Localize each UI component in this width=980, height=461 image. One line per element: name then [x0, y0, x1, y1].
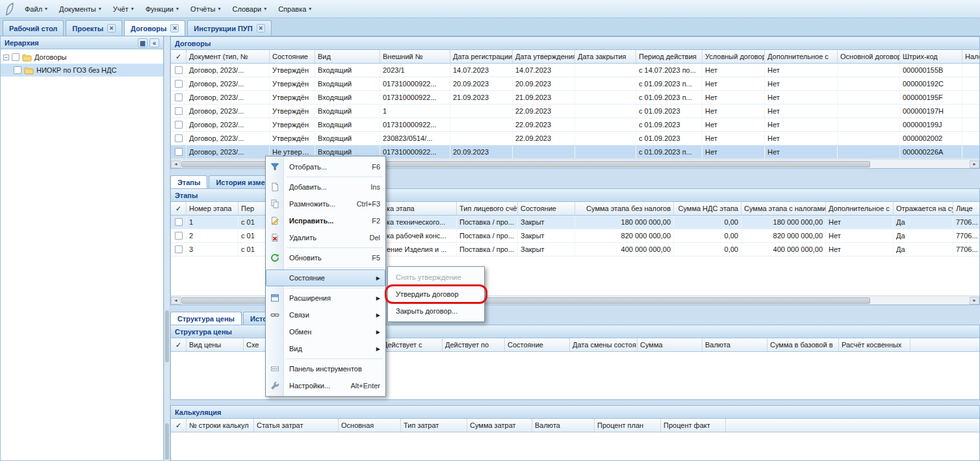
column-header[interactable]: Дополнительное с: [826, 202, 894, 215]
row-checkbox[interactable]: [175, 232, 183, 240]
column-header[interactable]: Основная: [339, 419, 401, 432]
column-header[interactable]: ✓: [171, 419, 187, 432]
row-checkbox[interactable]: [175, 148, 183, 156]
row-checkbox[interactable]: [175, 80, 183, 88]
context-menu-item[interactable]: Исправить...F2: [266, 212, 385, 229]
context-menu-item[interactable]: Связи▶: [266, 306, 385, 323]
column-header[interactable]: ✓: [171, 338, 187, 351]
column-header[interactable]: ✓: [171, 50, 187, 63]
column-header[interactable]: Номер этапа: [187, 202, 239, 215]
column-header[interactable]: Дополнительное с: [765, 50, 838, 63]
table-row[interactable]: Договор, 2023/...УтверждёнВходящий230823…: [171, 132, 979, 145]
column-header[interactable]: Сумма этапа без налогов: [575, 202, 674, 215]
context-menu-item[interactable]: Панель инструментов: [266, 360, 385, 377]
column-header[interactable]: Дата закрытия: [575, 50, 636, 63]
table-row[interactable]: Договор, 2023/...УтверждёнВходящий122.09…: [171, 105, 979, 118]
menubar-item[interactable]: Словари▾: [227, 3, 272, 15]
table-row[interactable]: Договор, 2023/...УтверждёнВходящий2023/1…: [171, 64, 979, 77]
document-tab[interactable]: Инструкции ПУП×: [187, 20, 271, 36]
column-header[interactable]: Валюта: [703, 338, 767, 351]
column-header[interactable]: Дата регистрации: [450, 50, 513, 63]
tab-close-icon[interactable]: ×: [107, 24, 116, 32]
tree-node[interactable]: НИОКР по ГОЗ без НДС: [1, 64, 163, 77]
column-header[interactable]: Внешний №: [380, 50, 450, 63]
hierarchy-grid-icon[interactable]: ▦: [138, 38, 148, 47]
column-header[interactable]: Документ (тип, №: [187, 50, 270, 63]
vertical-scroll-thumb[interactable]: [165, 310, 169, 362]
pane-tab[interactable]: Структура цены: [170, 312, 242, 325]
document-tab[interactable]: Рабочий стол: [3, 20, 64, 36]
column-header[interactable]: Сумма этапа с налогами: [741, 202, 826, 215]
row-checkbox[interactable]: [175, 66, 183, 74]
column-header[interactable]: Нало: [962, 50, 979, 63]
row-checkbox[interactable]: [175, 245, 183, 253]
tab-close-icon[interactable]: ×: [170, 24, 179, 32]
column-header[interactable]: Тип лицевого счёт: [457, 202, 518, 215]
menubar-item[interactable]: Отчёты▾: [185, 3, 226, 15]
column-header[interactable]: Дата смены состоя: [570, 338, 638, 351]
column-header[interactable]: ✓: [171, 202, 187, 215]
tree-node-checkbox[interactable]: [14, 66, 21, 74]
column-header[interactable]: Штрих-код: [900, 50, 962, 63]
context-menu-item[interactable]: Размножить...Ctrl+F3: [266, 195, 385, 212]
row-checkbox[interactable]: [175, 218, 183, 226]
column-header[interactable]: Сумма затрат: [467, 419, 532, 432]
tree-expander-icon[interactable]: −: [3, 55, 9, 60]
document-tab[interactable]: Договоры×: [124, 20, 185, 36]
row-checkbox[interactable]: [175, 121, 183, 129]
context-menu-item[interactable]: Обмен▶: [266, 323, 385, 340]
context-menu-item[interactable]: Состояние▶: [266, 269, 385, 286]
column-header[interactable]: Процент факт: [661, 419, 726, 432]
column-header[interactable]: Тип затрат: [401, 419, 467, 432]
column-header[interactable]: Действует с: [380, 338, 443, 351]
column-header[interactable]: Условный договор: [703, 50, 765, 63]
column-header[interactable]: Состояние: [505, 338, 570, 351]
column-header[interactable]: Дата утверждения: [513, 50, 575, 63]
column-header[interactable]: Статья затрат: [254, 419, 339, 432]
row-checkbox[interactable]: [175, 134, 183, 142]
document-tab[interactable]: Проекты×: [66, 20, 122, 36]
column-header[interactable]: Лице: [953, 202, 979, 215]
column-header[interactable]: Сумма в базовой в: [767, 338, 839, 351]
column-header[interactable]: Состояние: [270, 50, 315, 63]
vertical-scroll-thumb[interactable]: [165, 423, 169, 460]
scroll-right-icon[interactable]: ▸: [970, 160, 979, 168]
column-header[interactable]: Состояние: [518, 202, 575, 215]
context-menu-item[interactable]: Настройки...Alt+Enter: [266, 377, 385, 394]
scroll-right-icon[interactable]: ▸: [970, 297, 979, 305]
column-header[interactable]: Процент план: [595, 419, 661, 432]
context-menu-item[interactable]: Добавить...Ins: [266, 179, 385, 195]
context-menu-item[interactable]: ОбновитьF5: [266, 249, 385, 266]
column-header[interactable]: Сумма НДС этапа: [674, 202, 741, 215]
column-header[interactable]: Вид: [315, 50, 380, 63]
pane-tab[interactable]: Этапы: [170, 175, 207, 188]
menubar-item[interactable]: Функции▾: [140, 3, 184, 15]
menubar-item[interactable]: Документы▾: [54, 3, 107, 15]
table-row[interactable]: Договор, 2023/...УтверждёнВходящий017310…: [171, 77, 979, 91]
menubar-item[interactable]: Файл▾: [19, 3, 53, 15]
scroll-left-icon[interactable]: ◂: [171, 297, 181, 305]
row-checkbox[interactable]: [175, 93, 183, 101]
context-menu-item[interactable]: Вид▶: [266, 340, 385, 357]
column-header[interactable]: Действует по: [443, 338, 505, 351]
menubar-item[interactable]: Учёт▾: [108, 3, 139, 15]
column-header[interactable]: ка этапа: [384, 202, 457, 215]
context-menu-item[interactable]: Отобрать...F6: [266, 158, 385, 175]
table-row[interactable]: Договор, 2023/...УтверждёнВходящий017310…: [171, 91, 979, 105]
column-header[interactable]: Вид цены: [187, 338, 244, 351]
column-header[interactable]: Период действия: [636, 50, 703, 63]
context-menu-item[interactable]: Расширения▶: [266, 290, 385, 306]
row-checkbox[interactable]: [175, 107, 183, 115]
column-header[interactable]: Сумма: [638, 338, 703, 351]
table-row[interactable]: Договор, 2023/...УтверждёнВходящий017310…: [171, 118, 979, 132]
tree-node[interactable]: −Договоры: [1, 51, 163, 64]
column-header[interactable]: Расчёт косвенных: [839, 338, 910, 351]
column-header[interactable]: Валюта: [532, 419, 595, 432]
menubar-item[interactable]: Справка▾: [273, 3, 316, 15]
tab-close-icon[interactable]: ×: [257, 24, 265, 32]
context-menu-item[interactable]: УдалитьDel: [266, 229, 385, 246]
submenu-item[interactable]: Утвердить договор: [388, 286, 484, 303]
column-header[interactable]: Основной договор: [838, 50, 900, 63]
submenu-item[interactable]: Закрыть договор...: [388, 303, 484, 319]
column-header[interactable]: № строки калькул: [187, 419, 254, 432]
